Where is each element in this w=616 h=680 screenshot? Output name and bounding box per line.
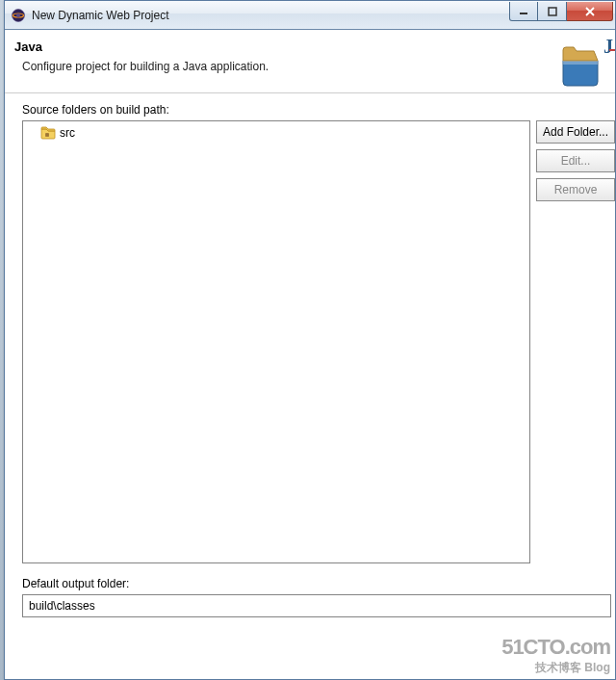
dialog-window: New Dynamic Web Project Java Configure p… [4,0,616,680]
package-folder-icon [40,126,56,140]
titlebar[interactable]: New Dynamic Web Project [5,1,615,30]
svg-rect-4 [549,8,556,15]
svg-rect-3 [520,13,527,14]
remove-button[interactable]: Remove [536,178,615,201]
window-controls [509,2,613,21]
edit-button[interactable]: Edit... [536,149,615,172]
source-folders-list[interactable]: src [22,120,530,563]
page-title: Java [14,39,600,54]
java-wizard-icon: J [557,36,615,90]
output-folder-input[interactable] [22,594,611,617]
wizard-content: Source folders on build path: src [5,93,615,627]
maximize-button[interactable] [538,2,567,21]
window-title: New Dynamic Web Project [32,9,509,22]
wizard-header: Java Configure project for building a Ja… [5,30,615,93]
minimize-button[interactable] [509,2,538,21]
close-button[interactable] [567,2,613,21]
output-folder-label: Default output folder: [22,577,615,590]
page-description: Configure project for building a Java ap… [22,60,600,73]
svg-point-2 [16,13,20,17]
eclipse-icon [11,8,26,23]
add-folder-button[interactable]: Add Folder... [536,120,615,144]
list-item-label: src [60,126,75,140]
source-folders-label: Source folders on build path: [22,103,615,117]
svg-text:J: J [603,36,613,57]
list-item[interactable]: src [27,125,526,141]
svg-rect-6 [609,49,615,51]
